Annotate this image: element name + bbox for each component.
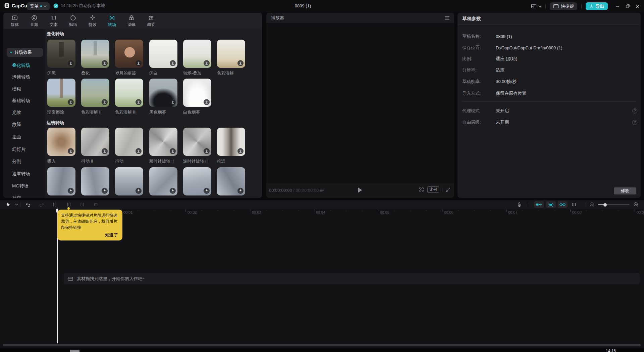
download-icon[interactable] <box>136 60 142 66</box>
timeline-zoom-slider[interactable] <box>598 204 630 205</box>
help-icon[interactable]: ? <box>632 120 637 125</box>
auto-ripple-toggle[interactable] <box>534 201 544 208</box>
duration-list-icon[interactable] <box>319 188 324 192</box>
transition-item[interactable]: 顺时针旋转 II <box>149 128 177 164</box>
tab-adjust[interactable]: 调节 <box>141 13 161 29</box>
transition-item[interactable]: 白色烟雾 <box>183 79 211 115</box>
transition-item[interactable] <box>183 167 211 198</box>
sidebar-item-basic[interactable]: 基础转场 <box>12 97 30 104</box>
download-icon[interactable] <box>170 148 176 154</box>
menu-button[interactable]: 菜单 <box>27 2 50 10</box>
download-icon[interactable] <box>170 188 176 194</box>
help-icon[interactable]: ? <box>632 108 637 114</box>
transition-item[interactable]: 抖动 <box>115 128 143 164</box>
transition-item[interactable]: 闪黑 <box>47 40 75 76</box>
download-icon[interactable] <box>102 148 108 154</box>
link-clips-toggle[interactable] <box>557 201 568 208</box>
split-icon[interactable] <box>52 202 58 208</box>
tab-transitions[interactable]: 转场 <box>102 13 122 29</box>
split-right-icon[interactable] <box>79 202 85 208</box>
transition-item[interactable] <box>217 167 245 198</box>
undo-icon[interactable] <box>25 202 31 208</box>
sidebar-item-split[interactable]: 分割 <box>12 158 21 165</box>
download-icon[interactable] <box>68 99 74 105</box>
chevron-down-icon[interactable] <box>538 5 541 7</box>
transition-item[interactable]: 逆时针旋转 II <box>183 128 211 164</box>
download-icon[interactable] <box>102 60 108 66</box>
download-icon[interactable] <box>136 99 142 105</box>
modify-button[interactable]: 修改 <box>614 187 636 194</box>
transition-item[interactable] <box>81 167 109 198</box>
tooltip-got-it-button[interactable]: 知道了 <box>105 232 118 238</box>
transition-item[interactable]: 闪白 <box>149 40 177 76</box>
ratio-button[interactable]: 比例 <box>427 186 439 193</box>
export-button[interactable]: 导出 <box>586 2 608 10</box>
download-icon[interactable] <box>170 60 176 66</box>
download-icon[interactable] <box>68 148 74 154</box>
zoom-in-icon[interactable] <box>633 202 639 208</box>
transition-item[interactable]: 吸入 <box>47 128 75 164</box>
transition-item[interactable]: 岁月的痕迹 <box>115 40 143 76</box>
download-icon[interactable] <box>102 99 108 105</box>
download-icon[interactable] <box>237 188 244 194</box>
tab-sticker[interactable]: 贴纸 <box>63 13 83 29</box>
player-viewport[interactable] <box>266 23 454 183</box>
transition-item[interactable]: 叠化 <box>81 40 109 76</box>
sidebar-item-blur[interactable]: 模糊 <box>12 85 21 93</box>
transition-item[interactable]: 色彩溶解 <box>217 40 245 76</box>
tab-text[interactable]: TI 文本 <box>44 13 63 29</box>
sidebar-item-slideshow[interactable]: 幻灯片 <box>12 146 26 153</box>
zoom-slider-handle[interactable] <box>603 203 607 207</box>
sidebar-item-distort[interactable]: 扭曲 <box>12 133 21 141</box>
fullscreen-icon[interactable] <box>445 187 451 192</box>
sidebar-group-transition-effects[interactable]: 转场效果 <box>7 48 43 57</box>
download-icon[interactable] <box>204 99 210 105</box>
sidebar-item-glitch[interactable]: 故障 <box>12 121 21 128</box>
transition-item[interactable]: 色彩溶解 III <box>115 79 143 115</box>
transition-item[interactable] <box>47 167 75 198</box>
sidebar-item-dissolve[interactable]: 叠化转场 <box>12 62 30 69</box>
download-icon[interactable] <box>204 188 210 194</box>
empty-track-drop-zone[interactable]: 素材拖拽到这里，开始你的大作吧~ <box>64 273 640 284</box>
transition-item[interactable] <box>115 167 143 198</box>
taskbar-item[interactable] <box>70 350 79 352</box>
tab-effects[interactable]: 特效 <box>83 13 102 29</box>
zoom-fit-icon[interactable] <box>419 187 424 192</box>
download-icon[interactable] <box>237 60 244 66</box>
play-button[interactable] <box>358 187 363 193</box>
record-voiceover-mic-icon[interactable] <box>516 202 522 208</box>
sidebar-item-light[interactable]: 光效 <box>12 109 21 116</box>
timeline-horizontal-scrollbar[interactable] <box>3 344 641 346</box>
download-icon[interactable] <box>204 60 210 66</box>
preview-axis-icon[interactable] <box>571 202 577 208</box>
download-icon[interactable] <box>102 188 108 194</box>
tab-filters[interactable]: 滤镜 <box>122 13 141 29</box>
snap-magnet-toggle[interactable] <box>546 201 556 208</box>
download-icon[interactable] <box>237 148 244 154</box>
transition-item[interactable]: 黑色烟雾 <box>149 79 177 115</box>
workspace-layout-icon[interactable] <box>531 4 537 9</box>
zoom-out-icon[interactable] <box>589 202 595 208</box>
download-icon[interactable] <box>170 99 176 105</box>
sidebar-item-mask[interactable]: 遮罩转场 <box>12 170 30 178</box>
download-icon[interactable] <box>68 60 74 66</box>
transition-item[interactable]: 推近 <box>217 128 245 164</box>
transition-item[interactable] <box>149 167 177 198</box>
tab-audio[interactable]: 音频 <box>24 13 44 29</box>
sidebar-item-social[interactable]: 社交 <box>12 194 21 198</box>
transition-item[interactable]: 转场-叠加 <box>183 40 211 76</box>
download-icon[interactable] <box>136 148 142 154</box>
download-icon[interactable] <box>204 148 210 154</box>
minimize-button[interactable] <box>612 0 623 12</box>
transition-item[interactable]: 抖动 II <box>81 128 109 164</box>
sidebar-item-camera-move[interactable]: 运镜转场 <box>12 74 30 81</box>
close-icon[interactable] <box>633 0 643 12</box>
select-cursor-icon[interactable] <box>5 202 11 208</box>
player-menu-icon[interactable] <box>445 16 449 20</box>
tab-media[interactable]: 媒体 <box>5 13 24 29</box>
chevron-down-icon[interactable] <box>13 202 19 208</box>
download-icon[interactable] <box>68 188 74 194</box>
sidebar-item-mg[interactable]: MG转场 <box>12 182 29 190</box>
delete-clip-icon[interactable] <box>93 202 99 208</box>
download-icon[interactable] <box>136 188 142 194</box>
